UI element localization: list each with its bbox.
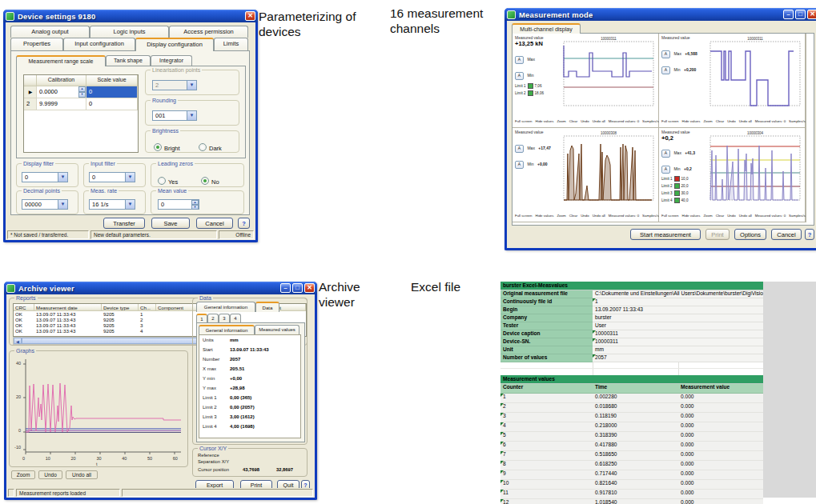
maximize-icon[interactable]: □: [292, 283, 303, 293]
chart-toolbar-item[interactable]: Undo: [727, 119, 736, 123]
auto-max-button[interactable]: A: [661, 50, 670, 58]
options-button[interactable]: Options: [734, 229, 766, 240]
auto-min-button[interactable]: A: [515, 72, 524, 80]
chart-toolbar-item[interactable]: Measured values: 0: [609, 119, 639, 123]
chart-toolbar-item[interactable]: Full screen: [515, 119, 532, 123]
leading-zeros-yes-radio[interactable]: Yes: [158, 173, 178, 187]
help-button[interactable]: ?: [238, 218, 250, 229]
calibration-spinner[interactable]: ▲▼: [78, 86, 86, 98]
radio-on-icon[interactable]: [201, 177, 209, 185]
brightness-dark-radio[interactable]: Dark: [199, 139, 222, 154]
chart-toolbar-item[interactable]: Undo all: [739, 119, 752, 123]
chart-toolbar-item[interactable]: Undo: [581, 119, 589, 123]
chart-toolbar-item[interactable]: Undo all: [593, 214, 605, 218]
tab[interactable]: Access permission: [169, 26, 248, 38]
chart-toolbar-item[interactable]: Measured values: 0: [609, 214, 639, 218]
subtab-tank-shape[interactable]: Tank shape: [106, 55, 151, 66]
chart-toolbar-item[interactable]: Clear: [716, 119, 725, 123]
tab-data[interactable]: Data: [255, 302, 279, 312]
tab-input-configuration[interactable]: Input configuration: [63, 38, 135, 51]
brightness-bright-radio[interactable]: Bright: [154, 139, 180, 154]
measurement-mode-titlebar[interactable]: Measurement mode – □ ✕: [504, 8, 816, 21]
auto-min-button[interactable]: A: [661, 166, 670, 174]
radio-off-icon[interactable]: [199, 143, 207, 151]
calibration-cell-1[interactable]: 0.0000 ▲▼: [37, 86, 86, 98]
tab-channel-3[interactable]: 3: [219, 314, 230, 322]
minimize-icon[interactable]: –: [783, 10, 794, 19]
meas-rate-combo[interactable]: 16 1/s▼: [89, 199, 135, 210]
chart-toolbar-item[interactable]: Undo: [581, 214, 589, 218]
auto-min-button[interactable]: A: [515, 161, 524, 169]
chart-toolbar-item[interactable]: Hide values: [681, 119, 700, 123]
chart-toolbar-item[interactable]: Measured values: 0: [755, 119, 786, 123]
tab[interactable]: Logic inputs: [90, 26, 169, 38]
display-filter-combo[interactable]: 0▼: [22, 172, 68, 182]
chart-toolbar-item[interactable]: Zoom: [703, 119, 712, 123]
tab-general-information[interactable]: General information: [196, 302, 255, 312]
tab-channel-1[interactable]: 1: [196, 314, 207, 322]
chart-toolbar-item[interactable]: Hide values: [681, 214, 700, 218]
row-selector-2[interactable]: 2: [24, 98, 37, 110]
chart-toolbar-item[interactable]: Full screen: [661, 214, 678, 218]
leading-zeros-no-radio[interactable]: No: [201, 173, 219, 187]
device-settings-titlebar[interactable]: Device settings 9180 ✕: [3, 10, 258, 22]
help-button[interactable]: ?: [805, 229, 814, 240]
chevron-down-icon[interactable]: ▼: [187, 111, 196, 120]
tab-channel-2[interactable]: 2: [207, 314, 219, 322]
close-icon[interactable]: ✕: [245, 11, 255, 21]
scroll-left-icon[interactable]: ◀: [14, 338, 22, 344]
decimal-points-combo[interactable]: 00000▼: [22, 199, 68, 210]
tab-channel-4[interactable]: 4: [230, 314, 241, 322]
transfer-button[interactable]: Transfer: [103, 218, 145, 229]
chart-toolbar-item[interactable]: Undo all: [593, 119, 605, 123]
tab-display-configuration[interactable]: Display configuration: [135, 38, 214, 51]
radio-off-icon[interactable]: [158, 177, 166, 185]
chart-toolbar-item[interactable]: Undo: [727, 214, 736, 218]
chart-toolbar-item[interactable]: Hide values: [535, 214, 553, 218]
radio-on-icon[interactable]: [154, 143, 162, 151]
chart-toolbar-item[interactable]: Clear: [569, 119, 578, 123]
calibration-cell-2[interactable]: 9.9999: [37, 98, 86, 110]
scale-cell-2[interactable]: 0: [86, 98, 138, 110]
tab-properties[interactable]: Properties: [10, 38, 63, 51]
chart-toolbar-item[interactable]: Full screen: [515, 214, 532, 218]
tab-multi-channel-display[interactable]: Multi-channel display: [512, 23, 581, 34]
chart-toolbar-item[interactable]: Full screen: [661, 119, 678, 123]
cancel-button[interactable]: Cancel: [771, 229, 802, 240]
chart-toolbar-item[interactable]: Hide values: [535, 119, 553, 123]
undo-button[interactable]: Undo: [38, 470, 62, 479]
subtab-measurement-range-scale[interactable]: Measurement range scale: [16, 55, 106, 66]
cursor-group: Cursor X/Y Reference Separation X/Y Curs…: [192, 448, 308, 477]
subtab-general-information[interactable]: General information: [199, 325, 255, 334]
undo-all-button[interactable]: Undo all: [66, 470, 98, 479]
chart-toolbar-item[interactable]: Clear: [716, 214, 725, 218]
start-measurement-button[interactable]: Start measurement: [630, 229, 701, 240]
auto-max-button[interactable]: A: [661, 150, 670, 158]
subtab-measured-values[interactable]: Measured values: [255, 325, 299, 334]
chart-toolbar-item[interactable]: Zoom: [703, 214, 712, 218]
auto-max-button[interactable]: A: [515, 56, 524, 64]
auto-min-button[interactable]: A: [661, 66, 670, 74]
maximize-icon[interactable]: □: [795, 10, 806, 19]
tab-limits[interactable]: Limits: [214, 38, 248, 51]
input-filter-combo[interactable]: 0▼: [89, 172, 135, 182]
tab[interactable]: Analog output: [10, 26, 90, 38]
zoom-button[interactable]: Zoom: [11, 470, 35, 479]
mean-value-stepper[interactable]: 0 ▲▼: [158, 199, 199, 210]
subtab-integrator[interactable]: Integrator: [151, 55, 192, 66]
print-button[interactable]: Print: [705, 229, 730, 240]
scale-cell-1[interactable]: 0: [86, 86, 138, 98]
close-icon[interactable]: ✕: [304, 283, 315, 293]
chart-toolbar-item[interactable]: Clear: [569, 214, 578, 218]
auto-max-button[interactable]: A: [515, 145, 524, 153]
close-icon[interactable]: ✕: [807, 10, 816, 19]
chart-toolbar-item[interactable]: Zoom: [557, 214, 565, 218]
chart-toolbar-item[interactable]: Measured values: 0: [755, 214, 786, 218]
save-button[interactable]: Save: [151, 218, 190, 229]
minimize-icon[interactable]: –: [280, 283, 291, 293]
rounding-combo[interactable]: 001▼: [152, 110, 197, 121]
chart-toolbar-item[interactable]: Undo all: [739, 214, 752, 218]
archive-viewer-titlebar[interactable]: Archive viewer – □ ✕: [4, 282, 317, 294]
chart-toolbar-item[interactable]: Zoom: [557, 119, 565, 123]
cancel-button[interactable]: Cancel: [196, 218, 233, 229]
